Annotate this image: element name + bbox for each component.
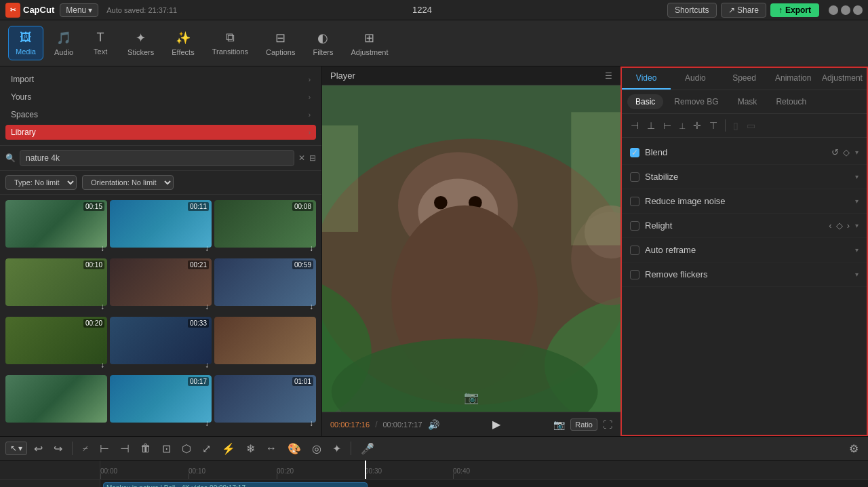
tool-filters[interactable]: ◐ Filters [306, 26, 340, 60]
media-item[interactable] [5, 375, 107, 431]
ratio-button[interactable]: Ratio [570, 418, 597, 431]
subtab-retouch[interactable]: Retouch [768, 94, 814, 109]
subtab-mask[interactable]: Mask [730, 94, 766, 109]
tab-speed[interactable]: Speed [719, 68, 768, 90]
download-icon[interactable]: ↓ [100, 302, 104, 311]
tool-transitions[interactable]: ⧉ Transitions [205, 26, 255, 60]
reduce-noise-checkbox[interactable] [630, 197, 639, 206]
subtab-basic[interactable]: Basic [627, 94, 663, 109]
clear-search-icon[interactable]: ✕ [298, 153, 305, 163]
nav-spaces[interactable]: Spaces › [5, 107, 316, 122]
orientation-filter[interactable]: Orientation: No limit [82, 175, 174, 190]
auto-reframe-checkbox[interactable] [630, 246, 639, 255]
media-item[interactable]: 00:11 ↓ [110, 200, 212, 256]
property-stabilize[interactable]: Stabilize ▾ [622, 165, 867, 189]
transform-button[interactable]: ⤢ [198, 440, 215, 458]
trim-start-button[interactable]: ⊢ [96, 440, 113, 458]
align-right-button[interactable]: ⊢ [660, 118, 675, 133]
screenshot-icon[interactable]: 📷 [553, 419, 565, 430]
nav-library[interactable]: Library › [5, 125, 316, 140]
tab-audio[interactable]: Audio [671, 68, 719, 90]
play-button[interactable]: ▶ [491, 416, 502, 432]
ai-button[interactable]: ✦ [328, 440, 345, 458]
media-item[interactable]: 00:21 ↓ [110, 258, 212, 314]
sort-icon[interactable]: ⊟ [309, 153, 316, 163]
speed-button[interactable]: ⚡ [218, 440, 239, 458]
tool-effects[interactable]: ✨ Effects [165, 26, 201, 60]
media-item[interactable] [214, 317, 316, 372]
download-icon[interactable]: ↓ [309, 244, 313, 253]
tool-audio[interactable]: 🎵 Audio [47, 26, 80, 60]
reset-icon[interactable]: ↺ [831, 147, 839, 157]
stabilize-tl-button[interactable]: ◎ [308, 440, 326, 458]
nav-import[interactable]: Import › [5, 72, 316, 87]
mic-button[interactable]: 🎤 [357, 440, 378, 458]
download-icon[interactable]: ↓ [205, 302, 209, 311]
align-top-button[interactable]: ⟂ [676, 118, 688, 133]
mask-button[interactable]: ⬡ [178, 440, 195, 458]
tool-captions[interactable]: ⊟ Captions [259, 26, 302, 60]
media-item[interactable]: 00:59 ↓ [214, 258, 316, 314]
media-item[interactable]: 00:08 ↓ [214, 200, 316, 256]
download-icon[interactable]: ↓ [100, 244, 104, 253]
redo-button[interactable]: ↪ [50, 440, 66, 458]
media-item[interactable]: 00:20 ↓ [5, 317, 107, 372]
media-item[interactable]: 00:33 ↓ [110, 317, 212, 372]
property-relight[interactable]: Relight ‹ ◇ › ▾ [622, 214, 867, 238]
download-icon[interactable]: ↓ [205, 244, 209, 253]
media-item[interactable]: 00:15 ↓ [5, 200, 107, 256]
close-button[interactable] [853, 5, 863, 15]
property-blend[interactable]: ✓ Blend ↺ ◇ ▾ [622, 140, 867, 165]
media-item[interactable]: 01:01 ↓ [214, 375, 316, 431]
share-button[interactable]: ↗ Share [721, 3, 766, 18]
fullscreen-icon[interactable]: ⛶ [603, 419, 612, 430]
subtab-removebg[interactable]: Remove BG [666, 94, 726, 109]
split-button[interactable]: ⌿ [78, 440, 93, 457]
download-icon[interactable]: ↓ [309, 418, 313, 428]
download-icon[interactable]: ↓ [100, 360, 104, 370]
timeline-tracks-area[interactable]: 00:00 00:10 00:20 00:30 00:40 Monkey in … [100, 461, 868, 487]
volume-icon[interactable]: 🔊 [428, 419, 439, 430]
select-tool-button[interactable]: ↖ ▾ [5, 442, 27, 455]
tab-video[interactable]: Video [622, 68, 671, 90]
tool-media[interactable]: 🖼 Media [8, 26, 43, 60]
align-left-button[interactable]: ⊣ [627, 118, 642, 133]
tab-animation[interactable]: Animation [769, 68, 818, 90]
minimize-button[interactable] [829, 5, 838, 15]
export-button[interactable]: ↑ Export [770, 3, 819, 17]
crop-button[interactable]: ⊡ [158, 440, 175, 458]
tab-adjustment[interactable]: Adjustment [818, 68, 867, 90]
tool-adjustment[interactable]: ⊞ Adjustment [344, 26, 395, 60]
next-icon[interactable]: › [847, 220, 850, 231]
color-correct-button[interactable]: 🎨 [283, 440, 305, 458]
trim-end-button[interactable]: ⊣ [116, 440, 134, 458]
align-bottom-button[interactable]: ⊤ [706, 118, 721, 133]
delete-button[interactable]: 🗑 [136, 440, 155, 457]
align-center-v-button[interactable]: ✛ [690, 118, 705, 133]
align-extra1-button[interactable]: ▯ [730, 118, 742, 133]
tool-text[interactable]: T Text [84, 26, 117, 60]
maximize-button[interactable] [841, 5, 850, 15]
nav-yours[interactable]: Yours › [5, 90, 316, 104]
relight-checkbox[interactable] [630, 221, 639, 231]
playhead[interactable] [365, 461, 366, 479]
reverse-button[interactable]: ↔ [262, 440, 281, 457]
property-reduce-noise[interactable]: Reduce image noise ▾ [622, 189, 867, 214]
tool-stickers[interactable]: ✦ Stickers [121, 26, 161, 60]
diamond-icon[interactable]: ◇ [836, 220, 843, 231]
download-icon[interactable]: ↓ [205, 360, 209, 370]
freeze-button[interactable]: ❄ [242, 440, 259, 458]
remove-flickers-checkbox[interactable] [630, 270, 639, 279]
align-center-h-button[interactable]: ⊥ [644, 118, 658, 133]
type-filter[interactable]: Type: No limit [5, 175, 77, 190]
download-icon[interactable]: ↓ [205, 418, 209, 428]
align-extra2-button[interactable]: ▭ [743, 118, 759, 133]
menu-button[interactable]: Menu ▾ [60, 3, 98, 17]
search-input[interactable] [20, 150, 294, 166]
timeline-settings-button[interactable]: ⚙ [845, 440, 863, 458]
blend-checkbox[interactable]: ✓ [630, 148, 639, 157]
undo-button[interactable]: ↩ [30, 440, 47, 458]
media-item[interactable]: 00:10 ↓ [5, 258, 107, 314]
property-remove-flickers[interactable]: Remove flickers ▾ [622, 262, 867, 287]
player-menu-icon[interactable]: ☰ [605, 71, 612, 81]
